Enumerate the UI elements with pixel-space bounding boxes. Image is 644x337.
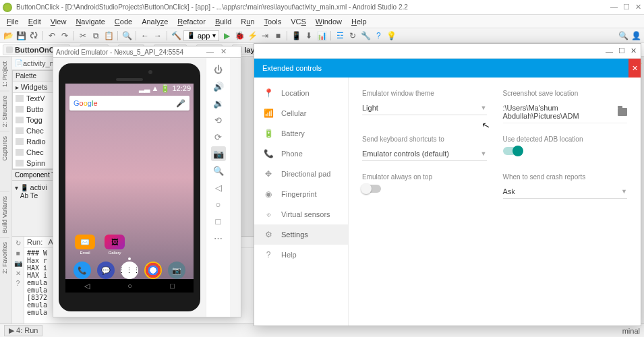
menu-window[interactable]: Window xyxy=(312,16,346,27)
settings-icon[interactable]: 🔧 xyxy=(360,30,371,41)
copy-icon[interactable]: ⧉ xyxy=(90,30,101,41)
nav-home-icon[interactable]: ○ xyxy=(127,282,132,290)
volume-down-icon[interactable]: 🔉 xyxy=(211,96,226,111)
more-icon[interactable]: ⋯ xyxy=(211,231,226,245)
ext-help[interactable]: ?Help xyxy=(254,245,348,265)
menu-build[interactable]: Build xyxy=(211,16,235,27)
menu-tools[interactable]: Tools xyxy=(260,16,286,27)
open-icon[interactable]: 📂 xyxy=(3,30,13,41)
dump-icon[interactable]: 📷 xyxy=(14,259,22,267)
rerun-icon[interactable]: ↻ xyxy=(16,239,21,247)
emu-close-icon[interactable]: ✕ xyxy=(218,47,229,56)
paste-icon[interactable]: 📋 xyxy=(103,30,114,41)
email-app-icon[interactable]: ✉️Email xyxy=(75,235,95,255)
ext-sensors[interactable]: ⟐Virtual sensors xyxy=(254,204,348,224)
ext-close-button[interactable]: ✕ xyxy=(628,59,641,78)
ext-settings[interactable]: ⚙Settings xyxy=(254,224,348,245)
rotate-left-icon[interactable]: ⟲ xyxy=(211,113,226,127)
volume-up-icon[interactable]: 🔊 xyxy=(211,79,226,94)
ct-child[interactable]: Te xyxy=(30,191,38,200)
tab-structure[interactable]: 2: Structure xyxy=(0,91,9,131)
menu-edit[interactable]: Edit xyxy=(24,16,45,27)
phone-screen[interactable]: ▂▃▲🔋12:29 Google 🎤 ✉️Email 🖼Gallery 📞 💬 … xyxy=(65,84,194,293)
help-run-icon[interactable]: ? xyxy=(16,280,20,287)
minimize-button[interactable]: — xyxy=(610,3,618,11)
rotate-right-icon[interactable]: ⟳ xyxy=(211,129,226,144)
run-config-selector[interactable]: 📱app▾ xyxy=(183,30,219,41)
crash-dropdown[interactable]: Ask▼ xyxy=(503,185,628,199)
undo-icon[interactable]: ↶ xyxy=(47,30,57,41)
ct-root[interactable]: activi xyxy=(30,183,47,191)
tab-project[interactable]: 1: Project xyxy=(0,57,9,91)
x-icon[interactable]: ✕ xyxy=(16,270,21,277)
maximize-button[interactable]: ☐ xyxy=(623,3,630,11)
help-icon[interactable]: ? xyxy=(373,30,384,41)
stop-run-icon[interactable]: ■ xyxy=(16,249,20,257)
mic-icon[interactable]: 🎤 xyxy=(176,99,185,108)
menu-view[interactable]: View xyxy=(47,16,71,27)
apps-drawer-icon[interactable]: ⋮⋮⋮ xyxy=(121,262,138,279)
keyboard-dropdown[interactable]: Emulator controls (default)▼ xyxy=(362,147,487,161)
find-icon[interactable]: 🔍 xyxy=(121,30,132,41)
save-icon[interactable]: 💾 xyxy=(16,30,26,41)
debug-icon[interactable]: 🐞 xyxy=(234,30,245,41)
power-icon[interactable]: ⏻ xyxy=(211,62,226,77)
nav-back-icon[interactable]: ◁ xyxy=(84,282,90,290)
emu-overview-icon[interactable]: □ xyxy=(211,214,226,228)
always-top-toggle[interactable] xyxy=(362,185,381,193)
avd-icon[interactable]: 📱 xyxy=(291,30,301,41)
chrome-app-icon[interactable] xyxy=(144,262,162,279)
status-run[interactable]: ▶ 4: Run xyxy=(4,325,42,336)
phone-app-icon[interactable]: 📞 xyxy=(74,262,91,279)
menu-navigate[interactable]: Navigate xyxy=(71,16,109,27)
tip-icon[interactable]: 💡 xyxy=(386,30,397,41)
menu-vcs[interactable]: VCS xyxy=(287,16,310,27)
attach-debugger-icon[interactable]: ⇥ xyxy=(260,30,270,41)
menu-code[interactable]: Code xyxy=(111,16,136,27)
screenshot-path[interactable]: :\Users\Ma'shum Abdullah\Pictures\ADM xyxy=(503,101,628,123)
ext-cellular[interactable]: 📶Cellular xyxy=(254,103,348,123)
tab-captures[interactable]: Captures xyxy=(0,131,9,165)
close-button[interactable]: ✕ xyxy=(635,3,641,11)
sync-icon[interactable]: 🗘 xyxy=(28,30,39,41)
menu-run[interactable]: Run xyxy=(237,16,258,27)
adb-toggle[interactable] xyxy=(503,147,522,155)
theme-dropdown[interactable]: Light▼ xyxy=(362,101,487,115)
nav-overview-icon[interactable]: □ xyxy=(170,282,175,290)
menu-analyze[interactable]: Analyze xyxy=(138,16,172,27)
zoom-icon[interactable]: 🔍 xyxy=(211,163,226,178)
ext-dpad[interactable]: ✥Directional pad xyxy=(254,164,348,184)
back-icon[interactable]: ← xyxy=(140,30,150,41)
status-terminal[interactable]: minal xyxy=(622,327,640,335)
emu-home-icon[interactable]: ○ xyxy=(211,197,226,212)
menu-file[interactable]: FFileile xyxy=(3,16,23,27)
refresh-icon[interactable]: ↻ xyxy=(347,30,358,41)
apply-changes-icon[interactable]: ⚡ xyxy=(247,30,258,41)
google-search-bar[interactable]: Google 🎤 xyxy=(69,96,189,111)
ext-max-icon[interactable]: ☐ xyxy=(618,47,625,55)
ext-min-icon[interactable]: — xyxy=(606,47,613,55)
menu-refactor[interactable]: Refactor xyxy=(173,16,210,27)
tab-favorites[interactable]: 2: Favorites xyxy=(0,237,9,278)
emu-back-icon[interactable]: ◁ xyxy=(211,180,226,195)
camera-app-icon[interactable]: 📷 xyxy=(168,262,185,279)
ext-battery[interactable]: 🔋Battery xyxy=(254,123,348,144)
profile-icon[interactable]: 👤 xyxy=(631,30,641,41)
stop-icon[interactable]: ■ xyxy=(272,30,283,41)
menu-help[interactable]: Help xyxy=(347,16,371,27)
make-icon[interactable]: 🔨 xyxy=(171,30,181,41)
ext-phone[interactable]: 📞Phone xyxy=(254,144,348,164)
ext-x-icon[interactable]: ✕ xyxy=(631,47,637,55)
ext-location[interactable]: 📍Location xyxy=(254,83,348,103)
search-everywhere-icon[interactable]: 🔍 xyxy=(618,30,628,41)
run-icon[interactable]: ▶ xyxy=(221,30,232,41)
gallery-app-icon[interactable]: 🖼Gallery xyxy=(105,235,125,255)
ext-fingerprint[interactable]: ◉Fingerprint xyxy=(254,184,348,204)
structure-icon[interactable]: ☲ xyxy=(334,30,345,41)
folder-icon[interactable] xyxy=(618,108,627,116)
redo-icon[interactable]: ↷ xyxy=(59,30,70,41)
forward-icon[interactable]: → xyxy=(152,30,163,41)
sdk-icon[interactable]: ⬇ xyxy=(303,30,314,41)
monitor-icon[interactable]: 📊 xyxy=(316,30,327,41)
cut-icon[interactable]: ✂ xyxy=(78,30,88,41)
